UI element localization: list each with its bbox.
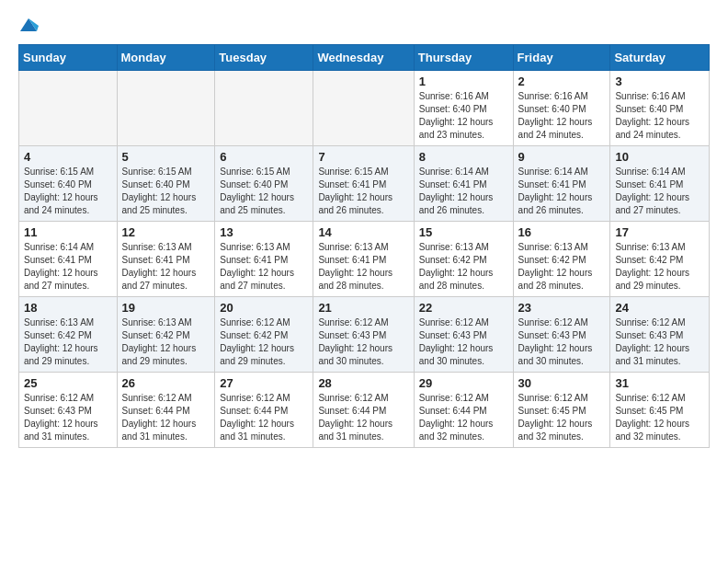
day-number: 10	[615, 150, 704, 164]
day-info: Sunrise: 6:15 AM Sunset: 6:40 PM Dayligh…	[122, 166, 210, 217]
calendar-table: SundayMondayTuesdayWednesdayThursdayFrid…	[18, 44, 710, 448]
calendar-cell: 11Sunrise: 6:14 AM Sunset: 6:41 PM Dayli…	[19, 222, 118, 297]
day-number: 7	[318, 150, 408, 164]
calendar-cell: 9Sunrise: 6:14 AM Sunset: 6:41 PM Daylig…	[513, 146, 610, 222]
day-number: 16	[518, 225, 606, 239]
day-info: Sunrise: 6:12 AM Sunset: 6:43 PM Dayligh…	[419, 316, 508, 368]
calendar-cell: 27Sunrise: 6:12 AM Sunset: 6:44 PM Dayli…	[215, 373, 313, 448]
day-info: Sunrise: 6:12 AM Sunset: 6:42 PM Dayligh…	[220, 316, 308, 368]
day-number: 12	[122, 225, 210, 239]
calendar-cell: 6Sunrise: 6:15 AM Sunset: 6:40 PM Daylig…	[215, 146, 313, 222]
calendar-cell: 5Sunrise: 6:15 AM Sunset: 6:40 PM Daylig…	[117, 146, 215, 222]
day-info: Sunrise: 6:14 AM Sunset: 6:41 PM Dayligh…	[24, 241, 112, 293]
day-number: 22	[419, 301, 508, 315]
calendar-cell: 15Sunrise: 6:13 AM Sunset: 6:42 PM Dayli…	[414, 222, 513, 297]
calendar-cell: 14Sunrise: 6:13 AM Sunset: 6:41 PM Dayli…	[313, 222, 414, 297]
weekday-header: Thursday	[414, 45, 513, 71]
day-info: Sunrise: 6:12 AM Sunset: 6:43 PM Dayligh…	[318, 316, 408, 368]
day-number: 28	[318, 376, 408, 390]
day-number: 11	[24, 225, 112, 239]
weekday-header: Saturday	[610, 45, 710, 71]
day-info: Sunrise: 6:13 AM Sunset: 6:42 PM Dayligh…	[419, 241, 508, 293]
logo-icon	[18, 15, 39, 35]
day-number: 3	[615, 75, 704, 88]
day-number: 13	[220, 225, 308, 239]
day-number: 2	[518, 75, 606, 88]
weekday-header: Monday	[117, 45, 215, 71]
day-info: Sunrise: 6:14 AM Sunset: 6:41 PM Dayligh…	[615, 166, 704, 217]
day-info: Sunrise: 6:15 AM Sunset: 6:41 PM Dayligh…	[318, 166, 408, 217]
calendar-row: 4Sunrise: 6:15 AM Sunset: 6:40 PM Daylig…	[19, 146, 710, 222]
day-number: 5	[122, 150, 210, 164]
day-info: Sunrise: 6:12 AM Sunset: 6:44 PM Dayligh…	[419, 392, 508, 443]
day-info: Sunrise: 6:12 AM Sunset: 6:45 PM Dayligh…	[615, 392, 704, 443]
day-info: Sunrise: 6:13 AM Sunset: 6:41 PM Dayligh…	[220, 241, 308, 293]
day-info: Sunrise: 6:13 AM Sunset: 6:41 PM Dayligh…	[318, 241, 408, 293]
day-info: Sunrise: 6:13 AM Sunset: 6:42 PM Dayligh…	[122, 316, 210, 368]
day-info: Sunrise: 6:12 AM Sunset: 6:44 PM Dayligh…	[122, 392, 210, 443]
day-number: 29	[419, 376, 508, 390]
calendar-cell: 30Sunrise: 6:12 AM Sunset: 6:45 PM Dayli…	[513, 373, 610, 448]
day-info: Sunrise: 6:16 AM Sunset: 6:40 PM Dayligh…	[615, 90, 704, 142]
day-info: Sunrise: 6:14 AM Sunset: 6:41 PM Dayligh…	[419, 166, 508, 217]
day-number: 4	[24, 150, 112, 164]
day-number: 17	[615, 225, 704, 239]
calendar-cell: 13Sunrise: 6:13 AM Sunset: 6:41 PM Dayli…	[215, 222, 313, 297]
calendar-cell: 4Sunrise: 6:15 AM Sunset: 6:40 PM Daylig…	[19, 146, 118, 222]
calendar-row: 18Sunrise: 6:13 AM Sunset: 6:42 PM Dayli…	[19, 297, 710, 373]
calendar-cell: 31Sunrise: 6:12 AM Sunset: 6:45 PM Dayli…	[610, 373, 710, 448]
day-number: 8	[419, 150, 508, 164]
calendar-cell: 3Sunrise: 6:16 AM Sunset: 6:40 PM Daylig…	[610, 71, 710, 146]
day-info: Sunrise: 6:12 AM Sunset: 6:45 PM Dayligh…	[518, 392, 606, 443]
day-number: 24	[615, 301, 704, 315]
day-info: Sunrise: 6:16 AM Sunset: 6:40 PM Dayligh…	[518, 90, 606, 142]
day-number: 1	[419, 75, 508, 88]
day-number: 6	[220, 150, 308, 164]
day-number: 14	[318, 225, 408, 239]
day-info: Sunrise: 6:15 AM Sunset: 6:40 PM Dayligh…	[24, 166, 112, 217]
calendar-cell: 24Sunrise: 6:12 AM Sunset: 6:43 PM Dayli…	[610, 297, 710, 373]
logo	[18, 15, 40, 35]
day-info: Sunrise: 6:12 AM Sunset: 6:43 PM Dayligh…	[518, 316, 606, 368]
weekday-header: Wednesday	[313, 45, 414, 71]
header	[18, 15, 710, 35]
calendar-cell	[19, 71, 118, 146]
day-number: 9	[518, 150, 606, 164]
calendar-cell: 25Sunrise: 6:12 AM Sunset: 6:43 PM Dayli…	[19, 373, 118, 448]
day-number: 31	[615, 376, 704, 390]
calendar-row: 1Sunrise: 6:16 AM Sunset: 6:40 PM Daylig…	[19, 71, 710, 146]
calendar-row: 25Sunrise: 6:12 AM Sunset: 6:43 PM Dayli…	[19, 373, 710, 448]
calendar-cell: 18Sunrise: 6:13 AM Sunset: 6:42 PM Dayli…	[19, 297, 118, 373]
day-info: Sunrise: 6:16 AM Sunset: 6:40 PM Dayligh…	[419, 90, 508, 142]
day-number: 25	[24, 376, 112, 390]
calendar-cell: 17Sunrise: 6:13 AM Sunset: 6:42 PM Dayli…	[610, 222, 710, 297]
calendar-row: 11Sunrise: 6:14 AM Sunset: 6:41 PM Dayli…	[19, 222, 710, 297]
day-info: Sunrise: 6:13 AM Sunset: 6:42 PM Dayligh…	[24, 316, 112, 368]
calendar-cell: 28Sunrise: 6:12 AM Sunset: 6:44 PM Dayli…	[313, 373, 414, 448]
calendar-cell: 22Sunrise: 6:12 AM Sunset: 6:43 PM Dayli…	[414, 297, 513, 373]
calendar-cell: 2Sunrise: 6:16 AM Sunset: 6:40 PM Daylig…	[513, 71, 610, 146]
calendar-cell: 10Sunrise: 6:14 AM Sunset: 6:41 PM Dayli…	[610, 146, 710, 222]
calendar-cell: 12Sunrise: 6:13 AM Sunset: 6:41 PM Dayli…	[117, 222, 215, 297]
calendar-cell: 21Sunrise: 6:12 AM Sunset: 6:43 PM Dayli…	[313, 297, 414, 373]
day-number: 20	[220, 301, 308, 315]
calendar-cell	[215, 71, 313, 146]
day-info: Sunrise: 6:15 AM Sunset: 6:40 PM Dayligh…	[220, 166, 308, 217]
day-info: Sunrise: 6:12 AM Sunset: 6:44 PM Dayligh…	[318, 392, 408, 443]
calendar-cell: 1Sunrise: 6:16 AM Sunset: 6:40 PM Daylig…	[414, 71, 513, 146]
day-info: Sunrise: 6:12 AM Sunset: 6:44 PM Dayligh…	[220, 392, 308, 443]
day-number: 21	[318, 301, 408, 315]
page: SundayMondayTuesdayWednesdayThursdayFrid…	[0, 0, 728, 563]
calendar-cell: 7Sunrise: 6:15 AM Sunset: 6:41 PM Daylig…	[313, 146, 414, 222]
calendar-cell	[313, 71, 414, 146]
weekday-header: Sunday	[19, 45, 118, 71]
day-info: Sunrise: 6:12 AM Sunset: 6:43 PM Dayligh…	[615, 316, 704, 368]
day-number: 19	[122, 301, 210, 315]
day-info: Sunrise: 6:13 AM Sunset: 6:41 PM Dayligh…	[122, 241, 210, 293]
day-number: 26	[122, 376, 210, 390]
weekday-header: Friday	[513, 45, 610, 71]
day-info: Sunrise: 6:14 AM Sunset: 6:41 PM Dayligh…	[518, 166, 606, 217]
calendar-cell: 16Sunrise: 6:13 AM Sunset: 6:42 PM Dayli…	[513, 222, 610, 297]
day-info: Sunrise: 6:13 AM Sunset: 6:42 PM Dayligh…	[615, 241, 704, 293]
day-number: 27	[220, 376, 308, 390]
